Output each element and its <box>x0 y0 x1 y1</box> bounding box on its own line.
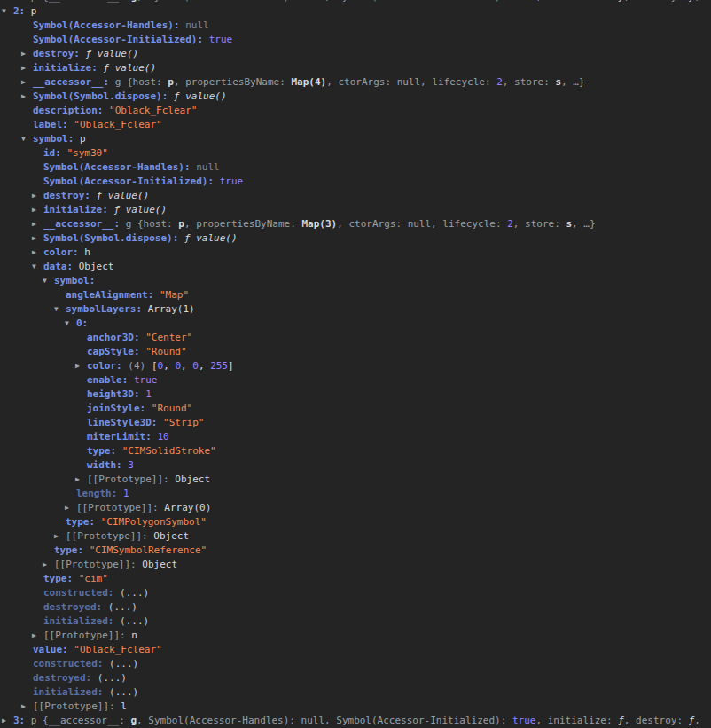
tree-row[interactable]: type: "CIMPolygonSymbol" <box>0 515 711 529</box>
property-value: p <box>168 76 174 88</box>
triangle-down-icon[interactable]: ▼ <box>43 274 54 288</box>
console-object-tree: ▶1: p {__accessor__: g, Symbol(Accessor-… <box>0 0 711 728</box>
property-key: type: <box>43 573 73 584</box>
property-key: destroyed: <box>43 601 102 613</box>
tree-row[interactable]: ▶color: h <box>0 246 711 260</box>
tree-row[interactable]: destroyed: (...) <box>0 671 711 685</box>
property-value: , store: <box>503 76 556 88</box>
property-key: color: <box>87 360 122 372</box>
triangle-down-icon[interactable]: ▼ <box>65 317 76 331</box>
property-value: n <box>126 630 137 641</box>
tree-row[interactable]: lineStyle3D: "Strip" <box>0 416 711 430</box>
triangle-right-icon[interactable]: ▶ <box>21 700 33 714</box>
property-value: ƒ value() <box>168 90 226 102</box>
property-value: , <box>694 715 700 726</box>
tree-row[interactable]: initialized: (...) <box>0 614 711 629</box>
triangle-right-icon[interactable]: ▶ <box>21 47 33 61</box>
tree-row[interactable]: ▶[[Prototype]]: l <box>0 700 711 714</box>
triangle-right-icon[interactable]: ▶ <box>2 714 13 728</box>
tree-row[interactable]: type: "CIMSymbolReference" <box>0 544 711 558</box>
tree-row[interactable]: value: "Oblack_Fclear" <box>0 643 711 657</box>
tree-row[interactable]: height3D: 1 <box>0 387 711 402</box>
tree-row[interactable]: ▼symbol: <box>0 274 711 288</box>
tree-row[interactable]: enable: true <box>0 373 711 387</box>
tree-row[interactable]: ▼2: p <box>0 4 711 19</box>
property-value: (...) <box>113 615 149 627</box>
property-value: Map(3) <box>301 218 337 230</box>
triangle-right-icon[interactable]: ▶ <box>54 529 66 544</box>
property-key: Symbol(Accessor-Initialized): <box>33 34 203 45</box>
property-value: g {host: <box>120 218 178 230</box>
triangle-right-icon[interactable]: ▶ <box>21 61 33 75</box>
tree-row[interactable]: ▶[[Prototype]]: n <box>0 629 711 643</box>
tree-row[interactable]: constructed: (...) <box>0 586 711 600</box>
property-value: , <box>163 360 175 372</box>
triangle-right-icon[interactable]: ▶ <box>43 558 54 572</box>
tree-row[interactable]: width: 3 <box>0 458 711 473</box>
tree-row[interactable]: ▶__accessor__: g {host: p, propertiesByN… <box>0 75 711 90</box>
property-key: Symbol(Accessor-Handles): <box>43 161 191 173</box>
triangle-right-icon[interactable]: ▶ <box>32 217 43 231</box>
tree-row[interactable]: anchor3D: "Center" <box>0 331 711 345</box>
tree-row[interactable]: miterLimit: 10 <box>0 430 711 444</box>
property-value: (...) <box>102 601 137 613</box>
tree-row[interactable]: ▶Symbol(Symbol.dispose): ƒ value() <box>0 231 711 246</box>
triangle-right-icon[interactable]: ▶ <box>21 90 33 104</box>
tree-row[interactable]: ▼0: <box>0 317 711 331</box>
tree-row[interactable]: type: "CIMSolidStroke" <box>0 444 711 458</box>
triangle-down-icon[interactable]: ▼ <box>32 260 43 274</box>
tree-row[interactable]: ▶destroy: ƒ value() <box>0 189 711 203</box>
tree-row[interactable]: ▶Symbol(Symbol.dispose): ƒ value() <box>0 90 711 104</box>
tree-row[interactable]: ▶color: (4) [0, 0, 0, 255] <box>0 359 711 373</box>
tree-row[interactable]: joinStyle: "Round" <box>0 402 711 416</box>
triangle-right-icon[interactable]: ▶ <box>75 473 87 487</box>
property-value: (...) <box>113 587 149 599</box>
tree-row[interactable]: ▶destroy: ƒ value() <box>0 47 711 61</box>
tree-row[interactable]: ▶initialize: ƒ value() <box>0 203 711 217</box>
tree-row[interactable]: Symbol(Accessor-Initialized): true <box>0 33 711 47</box>
property-key: 3: <box>13 715 25 726</box>
triangle-down-icon[interactable]: ▼ <box>54 302 66 317</box>
triangle-down-icon[interactable]: ▼ <box>2 4 13 19</box>
tree-row[interactable]: initialized: (...) <box>0 685 711 700</box>
tree-row[interactable]: constructed: (...) <box>0 657 711 671</box>
triangle-right-icon[interactable]: ▶ <box>32 203 43 217</box>
tree-row[interactable]: label: "Oblack_Fclear" <box>0 118 711 132</box>
tree-row[interactable]: length: 1 <box>0 487 711 501</box>
tree-row[interactable]: id: "sym30" <box>0 146 711 160</box>
tree-row[interactable]: ▶__accessor__: g {host: p, propertiesByN… <box>0 217 711 231</box>
clipped-row-top[interactable]: ▶1: p {__accessor__: g, Symbol(Accessor-… <box>0 0 711 4</box>
triangle-down-icon[interactable]: ▼ <box>21 132 33 146</box>
tree-row[interactable]: ▼data: Object <box>0 260 711 274</box>
triangle-right-icon[interactable]: ▶ <box>32 189 43 203</box>
tree-row[interactable]: ▶1: p {__accessor__: g, Symbol(Accessor-… <box>0 0 711 4</box>
tree-row[interactable]: ▶[[Prototype]]: Object <box>0 529 711 544</box>
property-value: , ctorArgs: null, lifecycle: <box>326 76 496 88</box>
triangle-right-icon[interactable]: ▶ <box>65 501 76 515</box>
tree-row[interactable]: ▶[[Prototype]]: Object <box>0 473 711 487</box>
tree-row[interactable]: Symbol(Accessor-Handles): null <box>0 19 711 33</box>
tree-row[interactable]: ▼symbol: p <box>0 132 711 146</box>
tree-row[interactable]: destroyed: (...) <box>0 600 711 614</box>
tree-row[interactable]: description: "Oblack_Fclear" <box>0 104 711 118</box>
triangle-right-icon[interactable]: ▶ <box>21 75 33 90</box>
property-value: "Oblack_Fclear" <box>103 105 197 116</box>
tree-row[interactable]: Symbol(Accessor-Initialized): true <box>0 175 711 189</box>
property-value: 2 <box>507 218 513 230</box>
tree-row[interactable]: type: "cim" <box>0 572 711 586</box>
triangle-right-icon[interactable]: ▶ <box>32 629 43 643</box>
tree-row[interactable]: Symbol(Accessor-Handles): null <box>0 160 711 175</box>
tree-row[interactable]: angleAlignment: "Map" <box>0 288 711 302</box>
property-key: initialized: <box>33 686 103 698</box>
tree-row[interactable]: capStyle: "Round" <box>0 345 711 359</box>
triangle-right-icon[interactable]: ▶ <box>75 359 87 373</box>
tree-row[interactable]: ▶[[Prototype]]: Object <box>0 558 711 572</box>
triangle-right-icon[interactable]: ▶ <box>32 231 43 246</box>
property-value: ƒ value() <box>80 48 138 59</box>
tree-row[interactable]: ▶initialize: ƒ value() <box>0 61 711 75</box>
property-value: Array(0) <box>159 502 212 513</box>
tree-row[interactable]: ▶3: p {__accessor__: g, Symbol(Accessor-… <box>0 714 711 728</box>
triangle-right-icon[interactable]: ▶ <box>32 246 43 260</box>
tree-row[interactable]: ▼symbolLayers: Array(1) <box>0 302 711 317</box>
tree-row[interactable]: ▶[[Prototype]]: Array(0) <box>0 501 711 515</box>
